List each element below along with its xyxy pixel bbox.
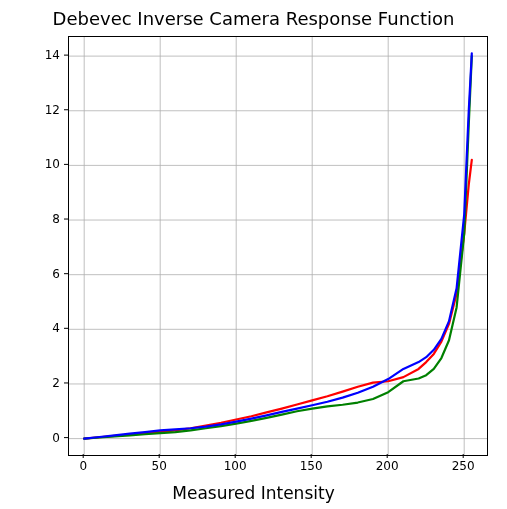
series-green (84, 56, 472, 438)
svg-text:10: 10 (45, 157, 60, 171)
svg-text:0: 0 (52, 431, 60, 445)
svg-text:12: 12 (45, 103, 60, 117)
svg-text:8: 8 (52, 212, 60, 226)
svg-text:100: 100 (224, 459, 247, 473)
svg-text:2: 2 (52, 376, 60, 390)
svg-text:0: 0 (79, 459, 87, 473)
plot-svg (69, 37, 487, 455)
svg-text:4: 4 (52, 321, 60, 335)
series-red (84, 160, 472, 439)
y-ticks: 02468101214 (45, 48, 68, 444)
data-series (84, 53, 472, 438)
plot-area (68, 36, 488, 456)
series-blue (84, 53, 472, 438)
grid-lines (69, 37, 487, 455)
svg-text:14: 14 (45, 48, 60, 62)
x-axis-label: Measured Intensity (0, 483, 507, 503)
svg-text:6: 6 (52, 267, 60, 281)
svg-text:250: 250 (452, 459, 475, 473)
svg-text:50: 50 (152, 459, 167, 473)
chart-title: Debevec Inverse Camera Response Function (0, 8, 507, 29)
svg-text:150: 150 (300, 459, 323, 473)
figure: Debevec Inverse Camera Response Function… (0, 0, 507, 509)
svg-text:200: 200 (376, 459, 399, 473)
